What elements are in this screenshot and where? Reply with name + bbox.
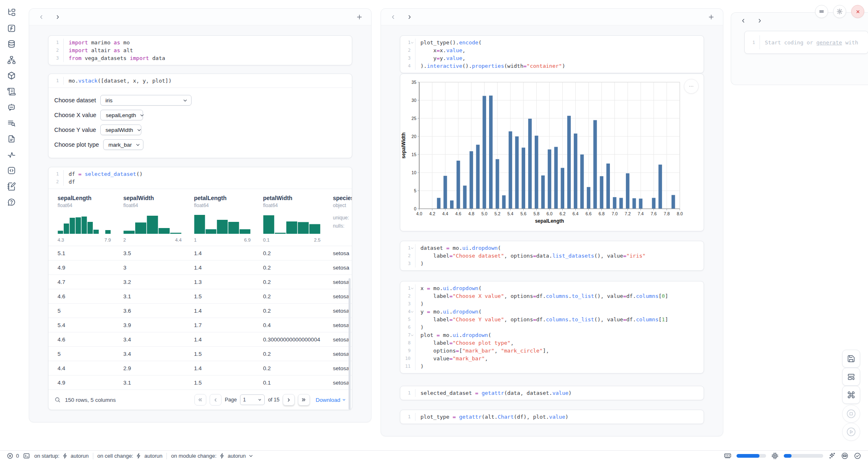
table-scrollbar[interactable] [349,278,351,410]
column-next-icon[interactable] [405,12,414,21]
select-value: sepalLength [106,112,136,118]
cell-vstack: 1mo.vstack([dataset, x, y, plot]) Choose… [48,74,352,158]
command-palette-button[interactable] [842,386,860,404]
cpu-meter [784,454,823,458]
rail-documentation-icon[interactable] [6,133,17,145]
rail-outline-icon[interactable] [6,118,17,129]
rail-database-icon[interactable] [6,38,17,50]
layout-button[interactable] [842,368,860,386]
generate-link[interactable]: generate [816,39,842,46]
fold-chevron-icon [411,341,414,345]
fold-chevron-icon [411,318,414,321]
fold-chevron-icon[interactable] [411,41,414,44]
first-page-button[interactable] [194,394,206,406]
code-editor[interactable]: 1plot_type = getattr(alt.Chart(df), plot… [400,410,704,424]
svg-text:15: 15 [411,152,416,157]
column-prev-icon[interactable] [37,12,46,21]
rail-tracing-icon[interactable] [6,149,17,161]
plot-type-select[interactable]: mark_bar [103,139,143,150]
code-editor[interactable]: 1x = mo.ui.dropdown(2 label="Choose X va… [400,281,704,373]
last-page-button[interactable] [298,394,310,406]
fold-chevron-icon [411,325,414,329]
search-icon[interactable] [54,396,61,403]
panel-prev-icon[interactable] [739,16,748,25]
line-gutter: 2 [48,46,64,54]
cell-plot-encode: 1plot_type().encode(2 x=x.value,3 y=y.va… [400,35,704,73]
column-next-icon[interactable] [53,12,62,21]
stop-button[interactable] [842,405,860,423]
rail-functions-icon[interactable] [6,23,17,34]
code-editor[interactable]: 1mo.vstack([dataset, x, y, plot]) [48,74,352,88]
code-editor[interactable]: 1df = selected_dataset()2df [48,167,352,189]
column-header-petalLength[interactable]: petalLengthfloat6416.9 [194,195,263,242]
terminal-icon[interactable] [23,452,30,459]
table-cell: 1.7 [194,322,263,328]
run-mode-2[interactable]: on cell change:autorun [97,453,163,459]
chevron-down-icon [135,142,141,148]
code-editor[interactable]: 1plot_type().encode(2 x=x.value,3 y=y.va… [400,36,704,73]
error-count-badge[interactable]: 0 [7,452,19,459]
altair-bar-chart[interactable]: 4.04.24.44.64.85.05.25.45.65.86.06.26.46… [400,76,704,231]
table-cell: 3.4 [123,337,194,343]
code-editor[interactable]: 1selected_dataset = getattr(data, datase… [400,386,704,400]
add-cell-icon[interactable] [355,12,364,21]
y-value-select[interactable]: sepalWidth [100,124,141,135]
fold-chevron-icon[interactable] [411,333,414,337]
line-number: 2 [52,46,59,54]
code-line: 5 label="Choose Y value", options=df.col… [400,316,704,323]
table-cell: 4.9 [58,380,123,386]
fold-chevron-icon [411,64,414,68]
column-header-species[interactable]: speciesobjectunique:nulls: [333,195,352,242]
download-button[interactable]: Download [316,397,346,403]
column-header-sepalWidth[interactable]: sepalWidthfloat6424.4 [123,195,194,242]
fold-chevron-icon[interactable] [411,310,414,313]
ai-sparkles-icon[interactable] [828,452,836,460]
svg-text:10: 10 [411,170,416,175]
column-header-sepalLength[interactable]: sepalLengthfloat644.37.9 [58,195,123,242]
rail-packages-icon[interactable] [6,70,17,81]
dataset-select[interactable]: iris [100,95,192,106]
page-select[interactable]: 1 [240,394,265,405]
table-cell: 1.3 [194,279,263,285]
code-editor[interactable]: 1dataset = mo.ui.dropdown(2 label="Choos… [400,241,704,270]
code-text: label="Choose dataset", options=data.lis… [416,252,646,260]
rail-dependencies-icon[interactable] [6,54,17,66]
code-editor[interactable]: 1import marimo as mo2import altair as al… [48,36,352,65]
chart-actions-icon[interactable] [684,79,699,94]
empty-code-cell[interactable]: 1 Start coding or generate with [744,31,868,54]
rail-logs-icon[interactable] [6,86,17,97]
code-text: plot_type = getattr(alt.Chart(df), plot.… [416,413,568,421]
menu-icon[interactable] [815,5,828,18]
line-gutter: 1 [400,413,416,421]
x-value-select[interactable]: sepalLength [100,110,143,120]
line-number: 2 [404,252,411,260]
close-icon[interactable] [851,5,864,18]
connection-status-icon[interactable] [854,452,861,460]
rail-chat-icon[interactable] [6,101,17,113]
rail-help-icon[interactable] [6,196,17,208]
copilot-icon[interactable] [841,452,849,460]
line-gutter: 3 [48,54,64,62]
table-cell: 1.4 [194,265,263,271]
errors-icon [7,452,14,459]
line-gutter: 1 [48,77,64,85]
rail-snippets-icon[interactable] [6,165,17,176]
code-text: ) [416,260,424,267]
column-header-petalWidth[interactable]: petalWidthfloat640.12.5 [263,195,333,242]
next-page-button[interactable] [283,394,295,406]
run-button[interactable] [842,423,860,441]
fold-chevron-icon[interactable] [411,286,414,290]
save-button[interactable] [842,350,860,368]
fold-chevron-icon[interactable] [411,246,414,250]
rail-file-tree-icon[interactable] [6,7,17,18]
svg-text:4.6: 4.6 [455,211,462,216]
panel-next-icon[interactable] [755,16,764,25]
add-cell-icon[interactable] [706,12,716,21]
column-prev-icon[interactable] [388,12,397,21]
run-mode-1[interactable]: on startup:autorun [34,453,89,459]
run-mode-3[interactable]: on module change:autorun [171,453,254,459]
table-cell: 1.5 [194,293,263,300]
prev-page-button[interactable] [210,394,222,406]
gear-icon[interactable] [833,5,846,18]
rail-scratchpad-icon[interactable] [6,181,17,192]
